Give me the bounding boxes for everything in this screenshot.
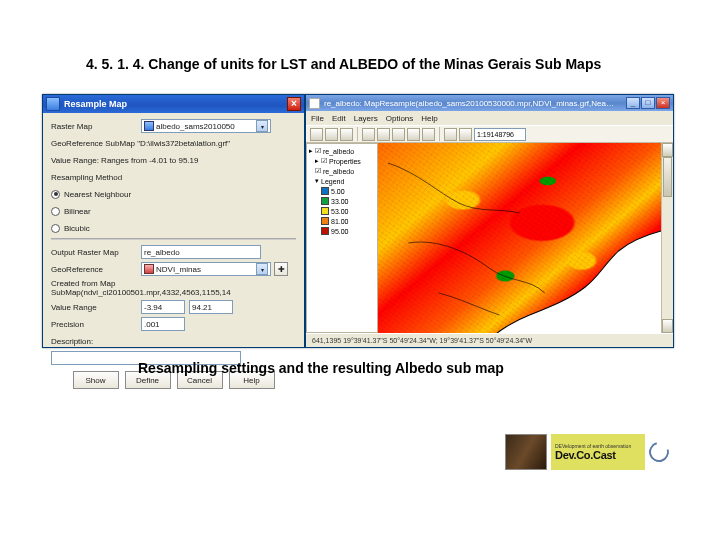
radio-bicubic[interactable]: Bicubic xyxy=(51,221,296,235)
georef-new-button[interactable]: ✚ xyxy=(274,262,288,276)
georef-icon xyxy=(144,264,154,274)
status-text: 641,1395 19°39'41.37"S 50°49'24.34"W; 19… xyxy=(312,337,532,344)
legend-swatch xyxy=(321,187,329,195)
georef-value: NDVI_minas xyxy=(156,265,201,274)
scrollbar-thumb[interactable] xyxy=(663,157,672,197)
coastline xyxy=(378,143,661,333)
menu-layers[interactable]: Layers xyxy=(354,114,378,123)
toolbar: 1:19148796 xyxy=(306,125,673,143)
legend-value: 95.00 xyxy=(331,228,349,235)
tool-icon[interactable] xyxy=(325,128,338,141)
show-button[interactable]: Show xyxy=(73,371,119,389)
chevron-down-icon[interactable]: ▾ xyxy=(256,263,268,275)
close-icon[interactable]: × xyxy=(287,97,301,111)
map-title: re_albedo: MapResample(albedo_sams201005… xyxy=(324,99,614,108)
maximize-icon[interactable]: □ xyxy=(641,97,655,109)
georef-note: GeoReference SubMap "D:\ilwis372beta\lat… xyxy=(51,139,230,148)
menu-help[interactable]: Help xyxy=(421,114,437,123)
description-label: Description: xyxy=(51,337,141,346)
window-icon xyxy=(309,98,320,109)
dialog-title: Resample Map xyxy=(64,99,127,109)
tool-icon[interactable] xyxy=(407,128,420,141)
value-range-label: Value Range xyxy=(51,303,141,312)
legend-item: 95.00 xyxy=(321,226,375,236)
radio-nearest-label: Nearest Neighbour xyxy=(64,190,131,199)
slide-caption: Resampling settings and the resulting Al… xyxy=(138,360,504,376)
minimize-icon[interactable]: _ xyxy=(626,97,640,109)
scrollbar-vertical[interactable] xyxy=(661,143,673,333)
tool-icon[interactable] xyxy=(310,128,323,141)
output-value: re_albedo xyxy=(144,248,180,257)
dialog-titlebar: Resample Map × xyxy=(43,95,304,113)
footer-photo xyxy=(505,434,547,470)
radio-bicubic-label: Bicubic xyxy=(64,224,90,233)
footer-logo: DEVelopment of earth observation Dev.Co.… xyxy=(505,430,675,474)
legend-item: 81.00 xyxy=(321,216,375,226)
legend-swatch xyxy=(321,207,329,215)
created-note: Created from Map SubMap(ndvi_cl20100501.… xyxy=(51,279,296,297)
value-range-min[interactable]: -3.94 xyxy=(141,300,185,314)
resampling-label: Resampling Method xyxy=(51,173,122,182)
map-titlebar: re_albedo: MapResample(albedo_sams201005… xyxy=(306,95,673,111)
output-input[interactable]: re_albedo xyxy=(141,245,261,259)
legend-value: 33.00 xyxy=(331,198,349,205)
zoom-text: 1:19148796 xyxy=(477,131,514,138)
legend-swatch xyxy=(321,197,329,205)
tool-icon[interactable] xyxy=(422,128,435,141)
slide-title: 4. 5. 1. 4. Change of units for LST and … xyxy=(86,56,601,72)
precision-val: .001 xyxy=(144,320,160,329)
tool-icon[interactable] xyxy=(362,128,375,141)
tool-icon[interactable] xyxy=(392,128,405,141)
close-icon[interactable]: × xyxy=(656,97,670,109)
statusbar: 641,1395 19°39'41.37"S 50°49'24.34"W; 19… xyxy=(306,333,673,347)
menu-options[interactable]: Options xyxy=(386,114,414,123)
tool-icon[interactable] xyxy=(459,128,472,141)
legend-item: 53.00 xyxy=(321,206,375,216)
layer-icon xyxy=(144,121,154,131)
raster-map-value: albedo_sams2010050 xyxy=(156,122,235,131)
menu-edit[interactable]: Edit xyxy=(332,114,346,123)
layer-tree[interactable]: ▸ ☑re_albedo ▸ ☑Properties ☑re_albedo ▾L… xyxy=(306,143,378,333)
value-note: Value Range: Ranges from -4.01 to 95.19 xyxy=(51,156,199,165)
tool-icon[interactable] xyxy=(377,128,390,141)
radio-bilinear-label: Bilinear xyxy=(64,207,91,216)
precision-input[interactable]: .001 xyxy=(141,317,185,331)
resample-dialog: Resample Map × Raster Map albedo_sams201… xyxy=(42,94,305,348)
menubar: File Edit Layers Options Help xyxy=(306,111,673,125)
tool-icon[interactable] xyxy=(340,128,353,141)
tree-layer[interactable]: re_albedo xyxy=(323,168,354,175)
legend-value: 53.00 xyxy=(331,208,349,215)
legend-value: 81.00 xyxy=(331,218,349,225)
footer-name: Dev.Co.Cast xyxy=(555,449,641,461)
value-range-max-val: 94.21 xyxy=(192,303,212,312)
screenshot-composite: Resample Map × Raster Map albedo_sams201… xyxy=(42,94,674,348)
map-canvas[interactable] xyxy=(378,143,661,333)
tree-legend-label[interactable]: Legend xyxy=(321,178,344,185)
chevron-down-icon[interactable]: ▾ xyxy=(256,120,268,132)
tree-props[interactable]: Properties xyxy=(329,158,361,165)
legend-swatch xyxy=(321,217,329,225)
legend-value: 5.00 xyxy=(331,188,345,195)
precision-label: Precision xyxy=(51,320,141,329)
window-icon xyxy=(46,97,60,111)
zoom-value[interactable]: 1:19148796 xyxy=(474,128,526,141)
menu-file[interactable]: File xyxy=(311,114,324,123)
legend-item: 5.00 xyxy=(321,186,375,196)
georef-label: GeoReference xyxy=(51,265,141,274)
tool-icon[interactable] xyxy=(444,128,457,141)
value-range-min-val: -3.94 xyxy=(144,303,162,312)
raster-map-select[interactable]: albedo_sams2010050 ▾ xyxy=(141,119,271,133)
map-window: re_albedo: MapResample(albedo_sams201005… xyxy=(305,94,674,348)
separator xyxy=(439,127,440,141)
legend-swatch xyxy=(321,227,329,235)
raster-map-label: Raster Map xyxy=(51,122,141,131)
output-label: Output Raster Map xyxy=(51,248,141,257)
tree-root[interactable]: re_albedo xyxy=(323,148,354,155)
swirl-icon xyxy=(645,438,672,465)
footer-brand: DEVelopment of earth observation Dev.Co.… xyxy=(551,434,645,470)
radio-bilinear[interactable]: Bilinear xyxy=(51,204,296,218)
separator xyxy=(357,127,358,141)
value-range-max[interactable]: 94.21 xyxy=(189,300,233,314)
georef-select[interactable]: NDVI_minas ▾ xyxy=(141,262,271,276)
radio-nearest[interactable]: Nearest Neighbour xyxy=(51,187,296,201)
